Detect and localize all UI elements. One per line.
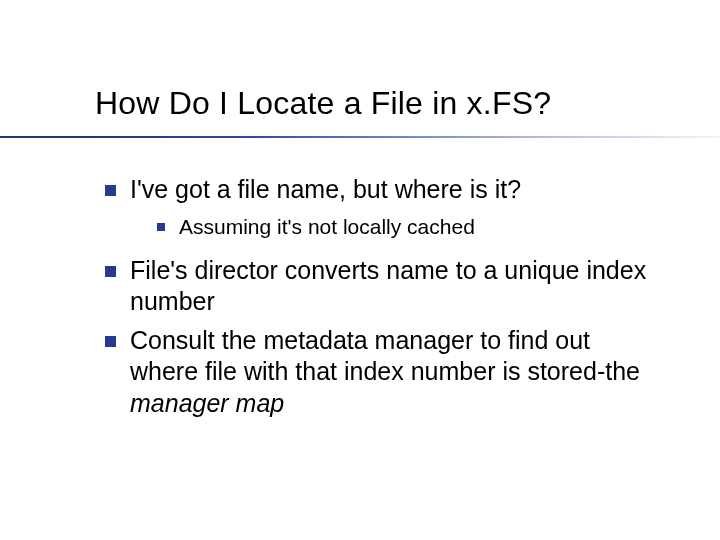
sub-bullet-group: Assuming it's not locally cached [157, 213, 665, 240]
square-bullet-icon [157, 223, 165, 231]
bullet-level1: Consult the metadata manager to find out… [105, 325, 665, 419]
square-bullet-icon [105, 336, 116, 347]
bullet-level1: File's director converts name to a uniqu… [105, 255, 665, 318]
slide: How Do I Locate a File in x.FS? I've got… [0, 0, 720, 540]
bullet-text: Consult the metadata manager to find out… [130, 325, 665, 419]
bullet-text: I've got a file name, but where is it? [130, 174, 521, 205]
bullet-text: File's director converts name to a uniqu… [130, 255, 665, 318]
slide-body: I've got a file name, but where is it? A… [105, 174, 665, 427]
square-bullet-icon [105, 185, 116, 196]
bullet-level1: I've got a file name, but where is it? [105, 174, 665, 205]
square-bullet-icon [105, 266, 116, 277]
bullet-text: Assuming it's not locally cached [179, 213, 475, 240]
bullet-level2: Assuming it's not locally cached [157, 213, 665, 240]
bullet-text-plain: Consult the metadata manager to find out… [130, 326, 640, 385]
slide-title: How Do I Locate a File in x.FS? [95, 85, 551, 122]
bullet-text-emph: manager map [130, 389, 284, 417]
title-underline [0, 136, 720, 138]
